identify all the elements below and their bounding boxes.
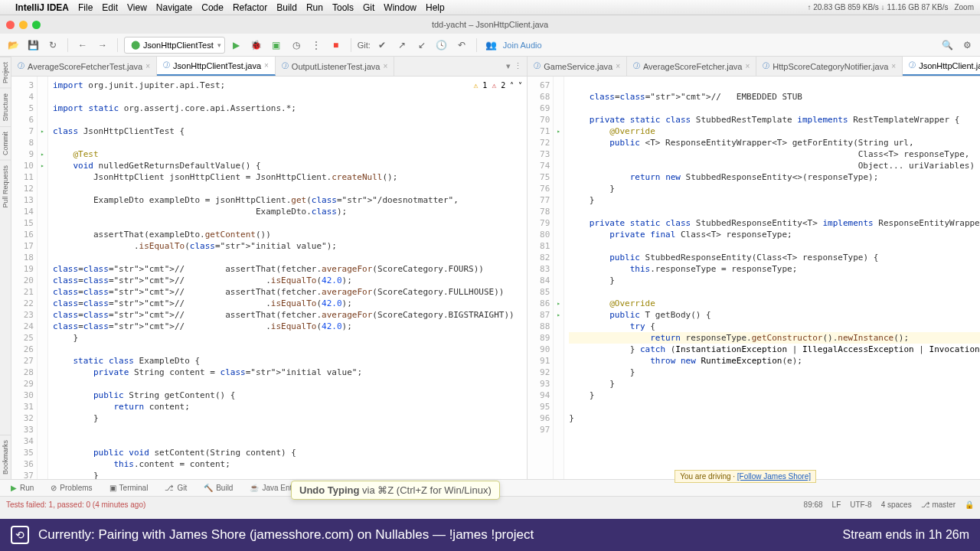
search-everywhere-button[interactable]: 🔍 (939, 37, 956, 54)
run-config-selector[interactable]: ⬤ JsonHttpClientTest (124, 37, 225, 54)
java-file-icon: Ⓙ (909, 60, 916, 70)
tab-jsonhttpclient-test[interactable]: ⒿJsonHttpClientTest.java× (157, 57, 276, 76)
open-button[interactable]: 📂 (5, 37, 21, 54)
java-file-icon: Ⓙ (763, 61, 769, 71)
git-commit-button[interactable]: ✔ (374, 37, 390, 54)
tool-structure[interactable]: Structure (0, 88, 11, 126)
git-history-button[interactable]: 🕓 (433, 37, 450, 54)
right-editor-pane: ⒿGameService.java× ⒿAverageScoreFetcher.… (528, 57, 980, 479)
sync-button[interactable]: ↻ (44, 37, 61, 54)
window-close-button[interactable] (6, 21, 15, 29)
stream-title: Currently: Pairing with James Shore (jam… (38, 527, 534, 543)
menu-file[interactable]: File (78, 2, 93, 13)
left-editor-pane: ⒿAverageScoreFetcherTest.java× ⒿJsonHttp… (11, 57, 528, 479)
close-icon[interactable]: × (145, 62, 150, 70)
chevron-down-icon[interactable]: ˅ (518, 80, 522, 91)
attach-button[interactable]: ⋮ (308, 37, 325, 54)
error-icon[interactable]: ⚠ (492, 80, 496, 91)
close-icon[interactable]: × (264, 61, 269, 70)
hint-popup: Undo Typing via ⌘Z (Ctrl+Z for Win/Linux… (291, 481, 500, 500)
save-all-button[interactable]: 💾 (24, 37, 41, 54)
tool-git[interactable]: ⎇Git (157, 480, 194, 496)
stop-button[interactable]: ■ (328, 37, 345, 54)
run-button[interactable]: ▶ (228, 37, 245, 54)
test-icon: ⬤ (131, 40, 140, 50)
tool-run[interactable]: ▶Run (3, 480, 41, 496)
tab-averagescore-test[interactable]: ⒿAverageScoreFetcherTest.java× (11, 57, 157, 76)
indent[interactable]: 4 spaces (881, 500, 912, 509)
tool-commit[interactable]: Commit (0, 126, 11, 160)
hammer-icon: 🔨 (204, 484, 213, 492)
play-icon: ▶ (11, 484, 17, 492)
menu-tools[interactable]: Tools (332, 2, 354, 13)
chevron-up-icon[interactable]: ˄ (510, 80, 514, 91)
git-push-button[interactable]: ↗ (394, 37, 410, 54)
left-code-body[interactable]: import org.junit.jupiter.api.Test; impor… (48, 77, 527, 479)
follow-link[interactable]: [Follow James Shore] (737, 472, 811, 481)
tab-gameservice[interactable]: ⒿGameService.java× (528, 57, 627, 76)
caret-position[interactable]: 89:68 (804, 500, 823, 509)
close-icon[interactable]: × (891, 62, 896, 70)
menu-code[interactable]: Code (201, 2, 224, 13)
menu-edit[interactable]: Edit (102, 2, 118, 13)
nav-back-button[interactable]: ← (74, 37, 91, 54)
line-separator[interactable]: LF (832, 500, 841, 509)
right-gutter[interactable]: 6768697071727374757677787980818283848586… (528, 77, 554, 479)
menu-window[interactable]: Window (384, 2, 416, 13)
tab-menu-icon[interactable]: ⋮ (514, 61, 522, 71)
window-titlebar: tdd-yacht – JsonHttpClient.java (0, 15, 980, 34)
tool-problems[interactable]: ⊘Problems (43, 480, 100, 496)
nav-forward-button[interactable]: → (94, 37, 111, 54)
close-icon[interactable]: × (616, 62, 620, 70)
tab-httpscore-notifier[interactable]: ⒿHttpScoreCategoryNotifier.java× (756, 57, 903, 76)
menu-navigate[interactable]: Navigate (156, 2, 192, 13)
menu-run[interactable]: Run (306, 2, 323, 13)
java-file-icon: Ⓙ (282, 61, 289, 71)
tests-status[interactable]: Tests failed: 1, passed: 0 (4 minutes ag… (6, 500, 145, 509)
warning-icon[interactable]: ⚠ (473, 80, 478, 91)
git-branch[interactable]: ⎇ master (921, 500, 956, 509)
window-minimize-button[interactable] (19, 21, 28, 29)
debug-button[interactable]: 🐞 (248, 37, 265, 54)
tool-build[interactable]: 🔨Build (196, 480, 240, 496)
mac-menubar: IntelliJ IDEA File Edit View Navigate Co… (0, 0, 980, 15)
tool-pull-requests[interactable]: Pull Requests (0, 160, 11, 213)
tool-project[interactable]: Project (0, 57, 11, 88)
coverage-button[interactable]: ▣ (268, 37, 285, 54)
git-rollback-button[interactable]: ↶ (453, 37, 470, 54)
code-together-button[interactable]: 👥 (483, 37, 500, 54)
stream-logo-icon: ⟲ (11, 526, 29, 544)
menu-view[interactable]: View (127, 2, 147, 13)
right-code-body[interactable]: class=class="str">"cmt">// EMBEDDED STUB… (564, 77, 980, 479)
close-icon[interactable]: × (383, 62, 387, 70)
java-file-icon: Ⓙ (633, 61, 640, 71)
menu-refactor[interactable]: Refactor (233, 2, 267, 13)
java-icon: ☕ (250, 484, 259, 492)
left-gutter[interactable]: 3456789101112131415161718192021222324252… (11, 77, 38, 479)
profile-button[interactable]: ◷ (288, 37, 305, 54)
tool-bookmarks[interactable]: Bookmarks (0, 435, 11, 479)
window-maximize-button[interactable] (32, 21, 41, 29)
tab-jsonhttpclient[interactable]: ⒿJsonHttpClient.java× (903, 57, 980, 76)
join-audio-link[interactable]: Join Audio (503, 41, 542, 50)
menu-help[interactable]: Help (426, 2, 445, 13)
zoom-menu[interactable]: Zoom (954, 3, 974, 11)
main-toolbar: 📂 💾 ↻ ← → ⬤ JsonHttpClientTest ▶ 🐞 ▣ ◷ ⋮… (0, 34, 980, 57)
right-gutter-marks[interactable]: ▸▸▸ (554, 77, 564, 479)
encoding[interactable]: UTF-8 (850, 500, 871, 509)
left-code-area[interactable]: ⚠1 ⚠2 ˄˅ 3456789101112131415161718192021… (11, 77, 527, 479)
java-file-icon: Ⓙ (534, 61, 541, 71)
settings-button[interactable]: ⚙ (959, 37, 975, 54)
menu-git[interactable]: Git (363, 2, 374, 13)
close-icon[interactable]: × (745, 62, 750, 70)
right-code-area[interactable]: ⚠5 ˄˅ 6768697071727374757677787980818283… (528, 77, 980, 479)
tool-terminal[interactable]: ▣Terminal (102, 480, 156, 496)
tab-averagescore-fetcher[interactable]: ⒿAverageScoreFetcher.java× (627, 57, 756, 76)
git-pull-button[interactable]: ↙ (413, 37, 430, 54)
menu-build[interactable]: Build (276, 2, 297, 13)
menubar-app-name[interactable]: IntelliJ IDEA (15, 2, 69, 13)
tab-outputlistener-test[interactable]: ⒿOutputListenerTest.java× (276, 57, 394, 76)
tab-overflow-icon[interactable]: ▾ (506, 61, 511, 71)
left-gutter-marks[interactable]: ▸▸▸ (38, 77, 48, 479)
lock-icon[interactable]: 🔒 (965, 500, 974, 509)
